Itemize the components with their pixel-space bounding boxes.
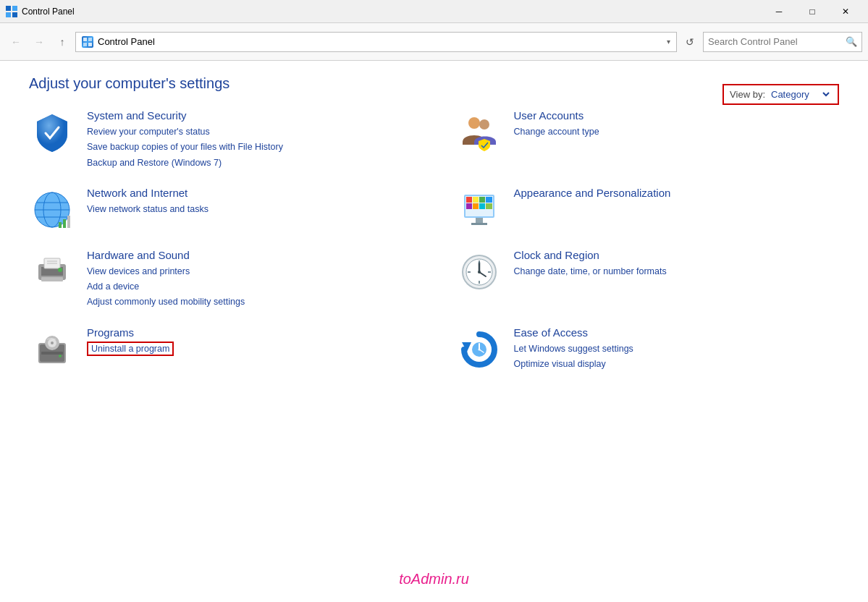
user-accounts-text: User Accounts Change account type xyxy=(514,109,840,140)
svg-point-8 xyxy=(468,117,480,129)
user-accounts-link-1[interactable]: Change account type xyxy=(514,124,840,140)
programs-text: Programs Uninstall a program xyxy=(87,326,413,357)
close-button[interactable]: ✕ xyxy=(829,0,862,23)
svg-rect-15 xyxy=(59,222,62,228)
svg-rect-25 xyxy=(473,203,479,209)
svg-point-46 xyxy=(478,271,481,274)
hardware-link-3[interactable]: Adjust commonly used mobility settings xyxy=(87,294,413,310)
category-hardware: Hardware and Sound View devices and prin… xyxy=(29,249,413,310)
watermark: toAdmin.ru xyxy=(0,571,868,588)
forward-button[interactable]: → xyxy=(29,32,49,52)
clock-text: Clock and Region Change date, time, or n… xyxy=(514,249,840,279)
user-accounts-title[interactable]: User Accounts xyxy=(514,109,840,122)
up-button[interactable]: ↑ xyxy=(52,32,72,52)
svg-point-9 xyxy=(479,119,489,130)
svg-point-52 xyxy=(51,342,54,344)
svg-rect-21 xyxy=(473,197,479,203)
breadcrumb-text: Control Panel xyxy=(98,36,662,47)
svg-point-58 xyxy=(478,348,480,350)
programs-link-1[interactable]: Uninstall a program xyxy=(87,342,174,356)
page-heading: Adjust your computer's settings xyxy=(29,75,839,92)
categories-grid: System and Security Review your computer… xyxy=(29,109,839,389)
category-system-security: System and Security Review your computer… xyxy=(29,109,413,171)
maximize-button[interactable]: □ xyxy=(796,0,829,23)
svg-rect-0 xyxy=(6,6,11,11)
clock-link-1[interactable]: Change date, time, or number formats xyxy=(514,264,840,279)
ease-of-access-title[interactable]: Ease of Access xyxy=(514,326,840,339)
programs-title[interactable]: Programs xyxy=(87,326,413,339)
svg-rect-5 xyxy=(88,38,92,41)
category-user-accounts: User Accounts Change account type xyxy=(456,109,840,171)
user-accounts-icon xyxy=(456,109,502,156)
svg-rect-1 xyxy=(12,6,17,11)
category-ease-of-access: Ease of Access Let Windows suggest setti… xyxy=(456,326,840,373)
window-title: Control Panel xyxy=(22,7,762,17)
system-security-link-2[interactable]: Save backup copies of your files with Fi… xyxy=(87,140,413,155)
appearance-text: Appearance and Personalization xyxy=(514,187,840,202)
view-by-container: View by: Category Large icons Small icon… xyxy=(722,84,839,105)
category-network: Network and Internet View network status… xyxy=(29,187,413,233)
category-programs: Programs Uninstall a program xyxy=(29,326,413,373)
view-by-label: View by: xyxy=(730,89,765,100)
system-security-icon xyxy=(29,109,75,156)
ease-of-access-icon xyxy=(456,326,502,373)
svg-rect-6 xyxy=(83,43,87,46)
appearance-title[interactable]: Appearance and Personalization xyxy=(514,187,840,199)
clock-title[interactable]: Clock and Region xyxy=(514,249,840,261)
svg-rect-29 xyxy=(471,223,487,225)
svg-rect-16 xyxy=(63,219,66,228)
ease-of-access-link-1[interactable]: Let Windows suggest settings xyxy=(514,342,840,357)
svg-rect-3 xyxy=(12,12,17,17)
view-by-select[interactable]: Category Large icons Small icons xyxy=(768,88,832,101)
category-clock: Clock and Region Change date, time, or n… xyxy=(456,249,840,310)
network-text: Network and Internet View network status… xyxy=(87,187,413,217)
hardware-title[interactable]: Hardware and Sound xyxy=(87,249,413,261)
hardware-icon xyxy=(29,249,75,295)
refresh-button[interactable]: ↺ xyxy=(680,32,700,52)
svg-rect-49 xyxy=(41,352,63,355)
svg-rect-26 xyxy=(479,203,485,209)
window-controls: ─ □ ✕ xyxy=(762,0,862,23)
back-button[interactable]: ← xyxy=(6,32,26,52)
search-box[interactable]: 🔍 xyxy=(703,32,862,52)
address-field[interactable]: Control Panel ▾ xyxy=(75,32,677,52)
hardware-link-2[interactable]: Add a device xyxy=(87,279,413,294)
svg-rect-23 xyxy=(486,197,492,203)
address-icon xyxy=(82,36,93,48)
address-chevron-icon[interactable]: ▾ xyxy=(667,38,670,46)
system-security-link-3[interactable]: Backup and Restore (Windows 7) xyxy=(87,156,413,171)
main-content: Adjust your computer's settings View by:… xyxy=(0,61,868,580)
system-security-text: System and Security Review your computer… xyxy=(87,109,413,171)
clock-icon xyxy=(456,249,502,295)
title-bar: Control Panel ─ □ ✕ xyxy=(0,0,868,23)
svg-rect-28 xyxy=(476,218,483,224)
category-appearance: Appearance and Personalization xyxy=(456,187,840,233)
svg-rect-2 xyxy=(6,12,11,17)
svg-rect-32 xyxy=(41,277,63,281)
ease-of-access-text: Ease of Access Let Windows suggest setti… xyxy=(514,326,840,373)
network-link-1[interactable]: View network status and tasks xyxy=(87,202,413,217)
minimize-button[interactable]: ─ xyxy=(762,0,796,23)
svg-rect-24 xyxy=(466,203,472,209)
svg-point-36 xyxy=(58,268,62,272)
svg-rect-4 xyxy=(83,38,87,41)
svg-rect-27 xyxy=(486,203,492,209)
hardware-link-1[interactable]: View devices and printers xyxy=(87,264,413,279)
svg-rect-22 xyxy=(479,197,485,203)
svg-rect-17 xyxy=(67,216,70,228)
network-icon xyxy=(29,187,75,233)
svg-point-53 xyxy=(59,355,62,357)
system-security-link-1[interactable]: Review your computer's status xyxy=(87,124,413,140)
ease-of-access-link-2[interactable]: Optimize visual display xyxy=(514,357,840,372)
address-bar: ← → ↑ Control Panel ▾ ↺ 🔍 xyxy=(0,23,868,61)
search-input[interactable] xyxy=(708,36,843,47)
app-icon xyxy=(6,6,17,17)
system-security-title[interactable]: System and Security xyxy=(87,109,413,122)
hardware-text: Hardware and Sound View devices and prin… xyxy=(87,249,413,310)
network-title[interactable]: Network and Internet xyxy=(87,187,413,199)
svg-rect-7 xyxy=(88,43,92,46)
svg-rect-20 xyxy=(466,197,472,203)
programs-icon xyxy=(29,326,75,373)
appearance-icon xyxy=(456,187,502,233)
search-icon[interactable]: 🔍 xyxy=(846,36,857,47)
